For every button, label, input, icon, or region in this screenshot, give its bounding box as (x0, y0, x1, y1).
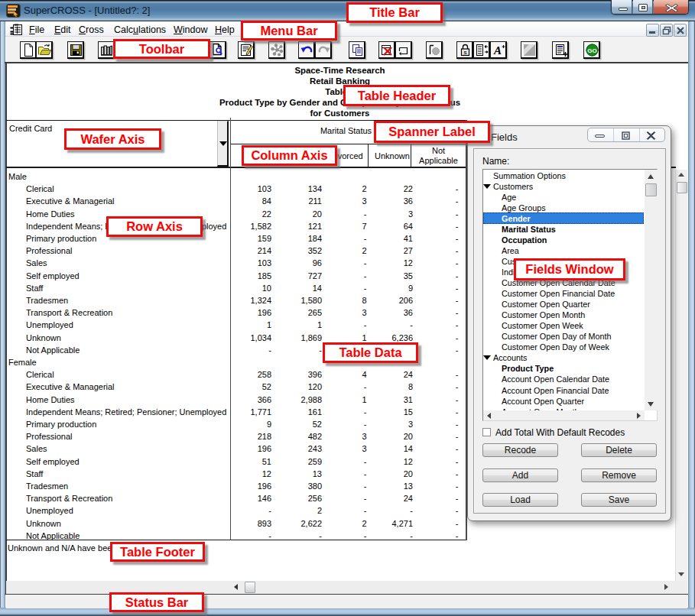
svg-text:S: S (463, 50, 466, 55)
svg-text:A: A (493, 44, 502, 57)
svg-text:GO: GO (587, 47, 596, 54)
